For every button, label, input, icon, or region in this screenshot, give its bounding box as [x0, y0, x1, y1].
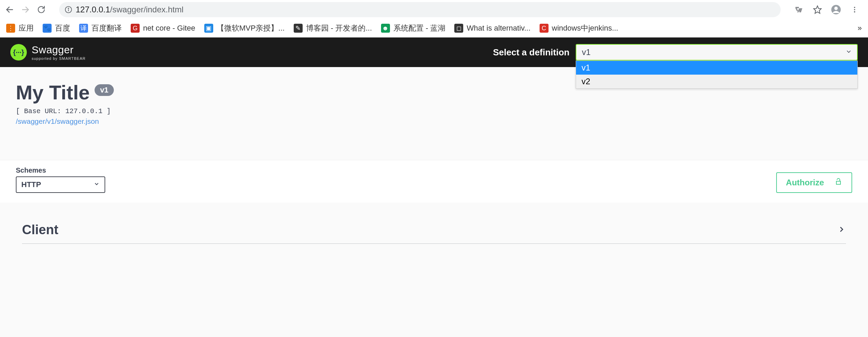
- swagger-json-link[interactable]: /swagger/v1/swagger.json: [16, 117, 99, 126]
- bookmark-icon: G: [131, 24, 140, 33]
- authorize-label: Authorize: [786, 178, 824, 187]
- translate-icon[interactable]: [794, 4, 804, 15]
- swagger-header: {···} Swagger supported by SMARTBEAR Sel…: [0, 37, 868, 67]
- bookmark-icon: ▣: [204, 24, 213, 33]
- definition-dropdown: v1v2: [576, 61, 858, 89]
- url-path: /swagger/index.html: [110, 5, 183, 14]
- url-text: 127.0.0.1/swagger/index.html: [76, 5, 184, 14]
- reload-icon[interactable]: [36, 5, 46, 14]
- tags-section: Client: [16, 216, 852, 244]
- bookmark-icon: ✎: [294, 24, 303, 33]
- svg-point-10: [854, 11, 855, 13]
- bookmark-icon: C: [540, 24, 549, 33]
- swagger-logo-icon: {···}: [10, 44, 27, 61]
- svg-point-7: [834, 7, 838, 10]
- url-host: 127.0.0.1: [76, 5, 110, 14]
- swagger-supported-text: supported by SMARTBEAR: [32, 56, 86, 61]
- svg-point-4: [68, 8, 69, 9]
- bookmark-icon: ⋮⋮⋮: [6, 24, 15, 33]
- bookmark-label: What is alternativ...: [467, 24, 530, 33]
- definition-select-value: v1: [582, 47, 590, 57]
- chevron-right-icon: [837, 225, 846, 235]
- bookmark-overflow[interactable]: »: [858, 24, 862, 33]
- forward-icon[interactable]: [21, 5, 30, 14]
- bookmark-label: 【微软MVP亲授】...: [217, 23, 285, 33]
- bookmark-label: 系统配置 - 蓝湖: [393, 23, 446, 33]
- schemes-label: Schemes: [16, 166, 105, 174]
- bookmark-item[interactable]: ☻系统配置 - 蓝湖: [381, 23, 446, 33]
- bookmark-item[interactable]: 🐾百度: [43, 23, 70, 33]
- select-definition-label: Select a definition: [493, 47, 570, 58]
- swagger-logo[interactable]: {···} Swagger supported by SMARTBEAR: [10, 44, 86, 61]
- bookmark-icon: ◻: [454, 24, 463, 33]
- unlock-icon: [834, 177, 843, 188]
- svg-marker-5: [814, 6, 821, 13]
- chevron-down-icon: [94, 180, 100, 189]
- bookmark-item[interactable]: 译百度翻译: [79, 23, 122, 33]
- bookmark-label: net core - Gitee: [143, 24, 195, 33]
- profile-icon[interactable]: [831, 4, 841, 15]
- star-icon[interactable]: [812, 4, 823, 15]
- bookmark-label: 博客园 - 开发者的...: [306, 23, 372, 33]
- bookmark-label: 应用: [19, 23, 34, 33]
- bookmark-label: windows中jenkins...: [552, 23, 618, 33]
- bookmark-item[interactable]: ◻What is alternativ...: [454, 24, 530, 33]
- swagger-body: My Title v1 [ Base URL: 127.0.0.1 ] /swa…: [0, 67, 868, 244]
- site-info-icon[interactable]: [65, 6, 72, 13]
- definition-selector: Select a definition v1 v1v2: [493, 44, 858, 61]
- chevron-down-icon: [845, 47, 852, 57]
- schemes-select[interactable]: HTTP: [16, 176, 105, 193]
- schemes-select-value: HTTP: [21, 180, 41, 189]
- bookmark-item[interactable]: Gnet core - Gitee: [131, 24, 195, 33]
- definition-select[interactable]: v1: [576, 44, 858, 61]
- bookmark-item[interactable]: Cwindows中jenkins...: [540, 23, 618, 33]
- bookmark-label: 百度: [55, 23, 70, 33]
- svg-point-9: [854, 9, 855, 10]
- bookmark-item[interactable]: ⋮⋮⋮应用: [6, 23, 34, 33]
- bookmark-item[interactable]: ▣【微软MVP亲授】...: [204, 23, 285, 33]
- bookmarks-row: ⋮⋮⋮应用🐾百度译百度翻译Gnet core - Gitee▣【微软MVP亲授】…: [0, 19, 868, 37]
- tag-name: Client: [22, 222, 58, 237]
- browser-right-icons: [794, 4, 863, 15]
- kebab-menu-icon[interactable]: [849, 4, 860, 15]
- swagger-brand-text: Swagger: [32, 44, 74, 55]
- authorize-button[interactable]: Authorize: [776, 172, 852, 193]
- bookmark-item[interactable]: ✎博客园 - 开发者的...: [294, 23, 372, 33]
- bookmark-icon: ☻: [381, 24, 390, 33]
- api-title: My Title: [16, 81, 90, 104]
- version-badge: v1: [95, 84, 114, 96]
- back-icon[interactable]: [5, 5, 14, 14]
- svg-point-8: [854, 7, 855, 8]
- browser-chrome: 127.0.0.1/swagger/index.html ⋮⋮⋮应用🐾百度译百度…: [0, 0, 868, 37]
- schemes-row: Schemes HTTP Authorize: [0, 160, 868, 203]
- bookmark-icon: 译: [79, 24, 88, 33]
- bookmark-icon: 🐾: [43, 24, 52, 33]
- tag-row[interactable]: Client: [22, 216, 846, 244]
- definition-option[interactable]: v2: [576, 75, 857, 88]
- definition-option[interactable]: v1: [576, 61, 857, 75]
- bookmark-label: 百度翻译: [91, 23, 122, 33]
- url-bar[interactable]: 127.0.0.1/swagger/index.html: [59, 2, 781, 17]
- base-url: [ Base URL: 127.0.0.1 ]: [16, 107, 852, 115]
- nav-row: 127.0.0.1/swagger/index.html: [0, 0, 868, 19]
